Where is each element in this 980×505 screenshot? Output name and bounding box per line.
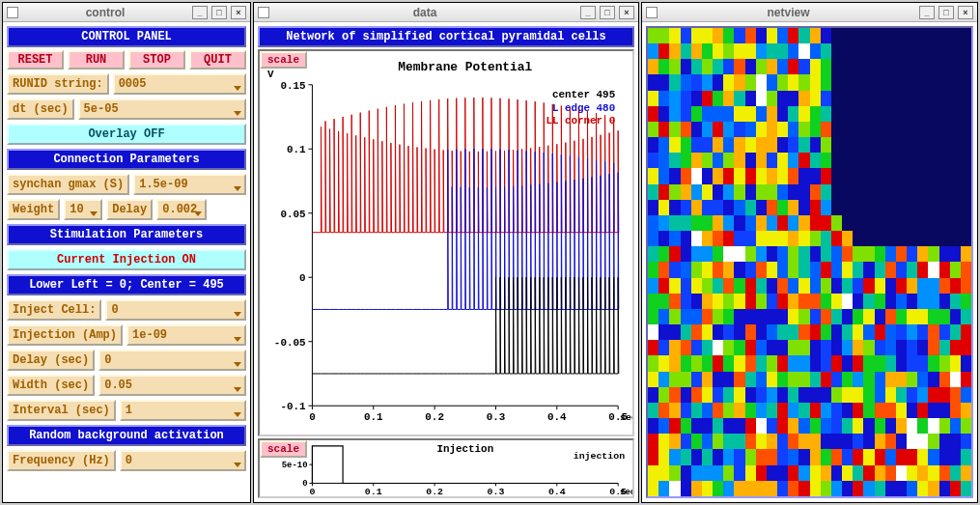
svg-text:0.4: 0.4 (547, 411, 567, 423)
reset-button[interactable]: RESET (7, 50, 64, 70)
svg-text:0: 0 (299, 272, 306, 284)
netview-canvas[interactable] (646, 26, 973, 498)
svg-text:0.1: 0.1 (287, 144, 306, 155)
svg-text:Membrane Potential: Membrane Potential (398, 60, 532, 74)
svg-text:center 495: center 495 (552, 89, 615, 100)
main-chart-svg: -0.1-0.0500.050.10.1500.10.20.30.40.5sec… (260, 51, 632, 435)
svg-text:sec: sec (620, 412, 632, 423)
inj-amp-input[interactable]: 1e-09 (126, 324, 246, 346)
weight-label: Weight (7, 199, 60, 220)
stop-button[interactable]: STOP (128, 50, 185, 70)
quit-button[interactable]: QUIT (189, 50, 246, 70)
inj-interval-label: Interval (sec) (7, 400, 116, 421)
delay-label: Delay (106, 199, 153, 220)
window-menu-icon[interactable] (258, 7, 269, 18)
svg-text:V: V (267, 69, 274, 80)
inj-delay-label: Delay (sec) (7, 350, 95, 371)
svg-text:0.3: 0.3 (487, 411, 506, 423)
data-title: data (273, 6, 576, 19)
rand-bg-header: Random background activation (7, 425, 246, 446)
inj-width-input[interactable]: 0.05 (98, 375, 246, 396)
lower-left-info: Lower Left = 0; Center = 495 (7, 274, 246, 295)
inj-width-label: Width (sec) (7, 375, 95, 396)
svg-text:0.2: 0.2 (425, 411, 444, 423)
weight-input[interactable]: 10 (64, 199, 102, 220)
data-body: Network of simplified cortical pyramidal… (254, 22, 638, 502)
delay-input[interactable]: 0.002 (156, 199, 207, 220)
runid-label: RUNID string: (7, 73, 109, 95)
svg-text:sec: sec (620, 488, 632, 496)
netview-window: netview _ □ × (641, 2, 978, 503)
svg-text:0.4: 0.4 (548, 487, 566, 496)
window-menu-icon[interactable] (646, 7, 658, 18)
svg-text:0.05: 0.05 (280, 209, 305, 220)
maximize-icon[interactable]: □ (938, 6, 954, 19)
svg-text:0.2: 0.2 (426, 487, 443, 496)
maximize-icon[interactable]: □ (600, 6, 615, 19)
svg-text:5e-10: 5e-10 (282, 461, 308, 470)
control-titlebar[interactable]: control _ □ × (3, 3, 250, 22)
svg-text:0.1: 0.1 (364, 411, 383, 423)
netview-title: netview (661, 6, 915, 19)
scale-button-main[interactable]: scale (260, 51, 307, 69)
svg-text:0: 0 (309, 487, 315, 496)
injection-chart: scale 00.10.20.30.40.505e-10Injectioninj… (258, 438, 634, 498)
sub-chart-svg: 00.10.20.30.40.505e-10Injectioninjection… (260, 440, 632, 496)
svg-text:Injection: Injection (436, 443, 493, 455)
synchan-label: synchan gmax (S) (7, 174, 129, 195)
svg-text:-0.05: -0.05 (274, 337, 306, 349)
runid-input[interactable]: 0005 (113, 73, 246, 95)
scale-button-sub[interactable]: scale (260, 440, 307, 458)
svg-text:0.15: 0.15 (280, 80, 305, 92)
current-injection-toggle[interactable]: Current Injection ON (7, 249, 246, 270)
data-titlebar[interactable]: data _ □ × (254, 3, 638, 22)
freq-label: Frequency (Hz) (7, 450, 116, 471)
inj-delay-input[interactable]: 0 (98, 350, 246, 371)
svg-text:-0.1: -0.1 (280, 401, 306, 412)
maximize-icon[interactable]: □ (211, 6, 227, 19)
close-icon[interactable]: × (231, 6, 246, 19)
control-body: CONTROL PANEL RESET RUN STOP QUIT RUNID … (3, 22, 250, 502)
connection-params-header: Connection Parameters (7, 149, 246, 170)
netview-body (642, 22, 977, 502)
membrane-potential-chart: scale -0.1-0.0500.050.10.1500.10.20.30.4… (258, 49, 634, 436)
minimize-icon[interactable]: _ (192, 6, 208, 19)
svg-text:0.3: 0.3 (488, 487, 505, 496)
svg-text:injection: injection (574, 451, 626, 462)
svg-text:0.1: 0.1 (365, 487, 382, 496)
stim-params-header: Stimulation Parameters (7, 224, 246, 245)
close-icon[interactable]: × (619, 6, 634, 19)
window-menu-icon[interactable] (7, 7, 18, 18)
control-title: control (22, 6, 188, 19)
synchan-input[interactable]: 1.5e-09 (133, 174, 246, 195)
run-button[interactable]: RUN (68, 50, 125, 70)
minimize-icon[interactable]: _ (919, 6, 935, 19)
inject-cell-label: Inject Cell: (7, 299, 101, 321)
dt-input[interactable]: 5e-05 (78, 98, 246, 120)
overlay-toggle[interactable]: Overlay OFF (7, 124, 246, 145)
inject-cell-input[interactable]: 0 (105, 299, 246, 321)
data-window: data _ □ × Network of simplified cortica… (253, 2, 639, 503)
close-icon[interactable]: × (958, 6, 973, 19)
inj-interval-input[interactable]: 1 (120, 400, 246, 421)
svg-text:0: 0 (302, 479, 307, 489)
dt-label: dt (sec) (7, 98, 74, 120)
netview-titlebar[interactable]: netview _ □ × (642, 3, 977, 22)
minimize-icon[interactable]: _ (580, 6, 596, 19)
freq-input[interactable]: 0 (120, 450, 246, 471)
svg-text:0: 0 (309, 411, 316, 423)
inj-amp-label: Injection (Amp) (7, 324, 123, 346)
data-header: Network of simplified cortical pyramidal… (258, 26, 634, 47)
control-window: control _ □ × CONTROL PANEL RESET RUN ST… (2, 2, 251, 503)
control-panel-header: CONTROL PANEL (7, 26, 246, 47)
